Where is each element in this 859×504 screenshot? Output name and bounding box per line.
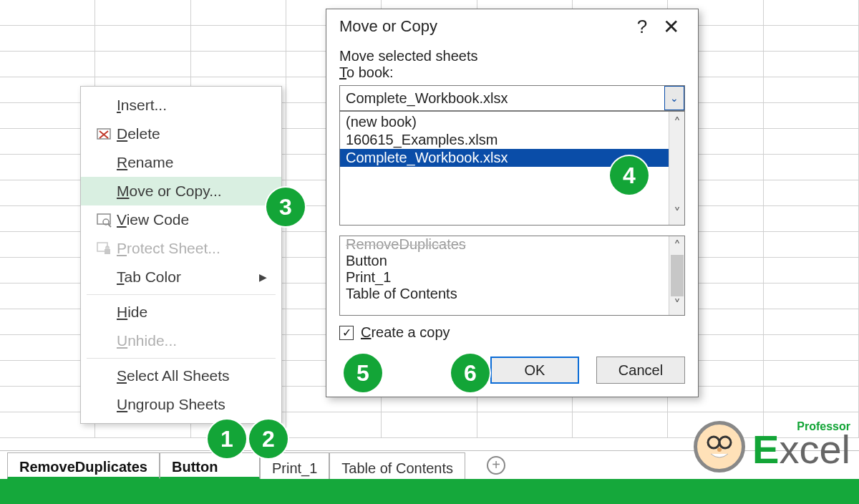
ctx-protect-sheet[interactable]: Protect Sheet... xyxy=(81,234,281,263)
sheet-option[interactable]: RemoveDuplicates xyxy=(340,236,684,253)
svg-rect-5 xyxy=(105,249,110,254)
sheet-option[interactable]: Button xyxy=(340,253,684,269)
viewcode-icon xyxy=(91,212,117,228)
to-book-combo[interactable]: Complete_Workbook.xlsx ⌄ xyxy=(339,85,685,111)
chevron-down-icon[interactable]: ⌄ xyxy=(664,86,684,110)
ok-button[interactable]: OK xyxy=(490,357,579,384)
scrollbar-thumb[interactable] xyxy=(671,255,684,296)
annotation-badge-3: 3 xyxy=(266,188,305,226)
chevron-right-icon: ▶ xyxy=(259,271,267,283)
new-sheet-button[interactable]: + xyxy=(487,456,505,475)
ctx-select-all-sheets[interactable]: Select All Sheets xyxy=(81,362,281,390)
to-book-label: To book: xyxy=(339,64,685,81)
annotation-badge-1: 1 xyxy=(208,420,246,458)
separator xyxy=(87,294,276,295)
protect-icon xyxy=(91,241,117,256)
ctx-move-or-copy[interactable]: Move or Copy... xyxy=(81,177,281,205)
annotation-badge-4: 4 xyxy=(610,156,649,195)
status-bar xyxy=(0,479,859,504)
move-or-copy-dialog: Move or Copy ? ✕ Move selected sheets To… xyxy=(326,9,699,397)
ctx-delete[interactable]: Delete xyxy=(81,120,281,148)
delete-icon xyxy=(91,126,117,142)
ctx-hide[interactable]: Hide xyxy=(81,298,281,326)
svg-point-6 xyxy=(701,428,738,465)
chevron-down-icon[interactable]: ˅ xyxy=(674,205,681,222)
cancel-button[interactable]: Cancel xyxy=(596,357,685,384)
sheet-tab[interactable]: Table of Contents xyxy=(329,452,465,480)
svg-point-10 xyxy=(717,447,722,452)
scrollbar[interactable]: ˄˅ xyxy=(669,112,684,225)
combo-value: Complete_Workbook.xlsx xyxy=(340,90,664,107)
dialog-title: Move or Copy xyxy=(339,17,628,36)
create-copy-label: Create a copy xyxy=(361,324,450,341)
close-button[interactable]: ✕ xyxy=(656,15,685,39)
create-copy-checkbox[interactable]: ✓ xyxy=(339,326,354,340)
chevron-up-icon[interactable]: ˄ xyxy=(674,238,681,255)
ctx-view-code[interactable]: View Code xyxy=(81,205,281,234)
separator xyxy=(87,358,276,359)
ctx-rename[interactable]: Rename xyxy=(81,148,281,177)
dialog-heading: Move selected sheets xyxy=(339,48,685,64)
sheet-option[interactable]: Print_1 xyxy=(340,269,684,286)
ctx-insert[interactable]: Insert... xyxy=(81,91,281,120)
chevron-up-icon[interactable]: ˄ xyxy=(674,115,681,132)
sheet-tab[interactable]: Button xyxy=(160,452,260,480)
book-option[interactable]: (new book) xyxy=(340,113,684,131)
ctx-ungroup-sheets[interactable]: Ungroup Sheets xyxy=(81,390,281,419)
professor-excel-logo: Professor Excel xyxy=(694,420,850,472)
sheet-option[interactable]: Table of Contents xyxy=(340,286,684,302)
annotation-badge-6: 6 xyxy=(451,354,490,392)
scrollbar[interactable]: ˄˅ xyxy=(669,236,684,315)
annotation-badge-2: 2 xyxy=(249,420,288,458)
sheet-context-menu: Insert... Delete Rename Move or Copy... … xyxy=(80,86,282,424)
professor-icon xyxy=(694,421,745,472)
logo-excel-text: Excel xyxy=(752,426,850,472)
ctx-tab-color[interactable]: Tab Color▶ xyxy=(81,263,281,291)
help-button[interactable]: ? xyxy=(628,16,656,38)
sheet-tab[interactable]: RemoveDuplicates xyxy=(7,452,160,480)
ctx-unhide[interactable]: Unhide... xyxy=(81,326,281,355)
annotation-badge-5: 5 xyxy=(344,354,382,392)
chevron-down-icon[interactable]: ˅ xyxy=(674,296,681,314)
book-option[interactable]: 160615_Examples.xlsm xyxy=(340,131,684,149)
before-sheet-listbox[interactable]: RemoveDuplicates Button Print_1 Table of… xyxy=(339,236,685,316)
